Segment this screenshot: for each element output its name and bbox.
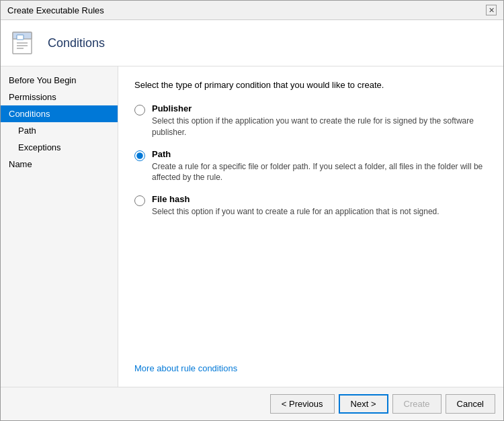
sidebar-item-before-you-begin[interactable]: Before You Begin (1, 72, 118, 89)
option-title-file-hash: File hash (152, 194, 439, 204)
option-desc-publisher: Select this option if the application yo… (152, 115, 487, 138)
sidebar-item-path[interactable]: Path (1, 122, 118, 139)
radio-file-hash[interactable] (134, 195, 145, 206)
option-desc-file-hash: Select this option if you want to create… (152, 206, 439, 218)
option-content-publisher: PublisherSelect this option if the appli… (152, 103, 487, 138)
title-bar: Create Executable Rules ✕ (1, 1, 503, 20)
next-button[interactable]: Next > (339, 394, 388, 414)
create-button[interactable]: Create (392, 394, 442, 414)
sidebar: Before You BeginPermissionsConditionsPat… (1, 66, 118, 387)
option-content-path: PathCreate a rule for a specific file or… (152, 149, 487, 184)
more-link[interactable]: More about rule conditions (134, 355, 487, 373)
main-description: Select the type of primary condition tha… (134, 80, 487, 90)
radio-publisher[interactable] (134, 105, 145, 115)
option-title-path: Path (152, 149, 487, 159)
dialog: Create Executable Rules ✕ Conditions Bef… (0, 0, 504, 421)
options-group: PublisherSelect this option if the appli… (134, 103, 487, 218)
previous-button[interactable]: < Previous (270, 394, 335, 414)
option-path: PathCreate a rule for a specific file or… (134, 149, 487, 184)
header-icon (11, 30, 38, 56)
option-file-hash: File hashSelect this option if you want … (134, 194, 487, 218)
sidebar-item-permissions[interactable]: Permissions (1, 89, 118, 105)
sidebar-item-name[interactable]: Name (1, 156, 118, 173)
sidebar-item-exceptions[interactable]: Exceptions (1, 139, 118, 156)
option-content-file-hash: File hashSelect this option if you want … (152, 194, 439, 218)
radio-path[interactable] (134, 150, 145, 161)
page-title: Conditions (48, 36, 105, 50)
footer: < Previous Next > Create Cancel (1, 387, 503, 420)
close-button[interactable]: ✕ (486, 5, 497, 15)
option-title-publisher: Publisher (152, 103, 487, 113)
dialog-title: Create Executable Rules (7, 5, 104, 15)
sidebar-item-conditions[interactable]: Conditions (1, 105, 118, 122)
cancel-button[interactable]: Cancel (446, 394, 495, 414)
content-area: Before You BeginPermissionsConditionsPat… (1, 66, 503, 387)
option-desc-path: Create a rule for a specific file or fol… (152, 161, 487, 184)
page-header: Conditions (1, 20, 503, 66)
option-publisher: PublisherSelect this option if the appli… (134, 103, 487, 138)
svg-rect-2 (17, 35, 24, 40)
main-content: Select the type of primary condition tha… (118, 66, 503, 387)
